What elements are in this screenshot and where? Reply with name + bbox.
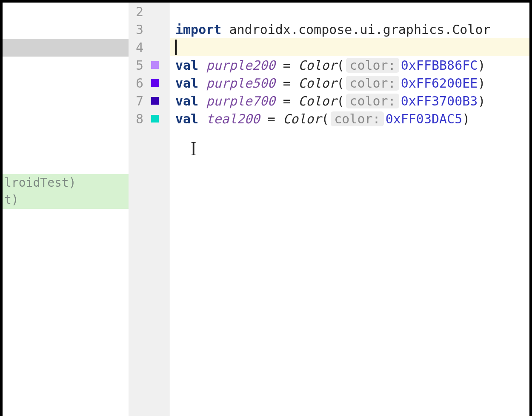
token-kw: import — [175, 22, 221, 37]
token-hexval: 0xFF6200EE — [401, 76, 478, 91]
line-number: 6 — [129, 76, 143, 91]
line-number: 2 — [129, 4, 143, 19]
code-line-3[interactable]: import androidx.compose.ui.graphics.Colo… — [175, 20, 491, 38]
token-type: Color — [298, 58, 337, 73]
current-line-highlight — [170, 38, 529, 56]
token-normal: ( — [337, 76, 344, 91]
token-hint: color: — [346, 76, 399, 91]
gutter-line-4[interactable]: 4 — [129, 38, 170, 56]
token-normal: ( — [337, 94, 344, 108]
token-kw: val — [175, 76, 198, 91]
editor-gutter[interactable]: 2345678 — [129, 3, 170, 416]
token-hint: color: — [346, 94, 399, 108]
gutter-line-2[interactable]: 2 — [129, 3, 170, 20]
token-normal: ) — [478, 94, 485, 108]
line-number: 4 — [129, 40, 143, 55]
token-kw: val — [175, 58, 198, 73]
text-cursor-icon: I — [191, 137, 196, 160]
test-sources-indicator[interactable]: lroidTest) t) — [3, 174, 129, 209]
token-type: Color — [298, 76, 337, 91]
color-swatch-icon[interactable] — [151, 61, 159, 69]
code-editor[interactable]: import androidx.compose.ui.graphics.Colo… — [170, 3, 532, 416]
project-side-panel[interactable]: lroidTest) t) — [0, 3, 129, 416]
color-swatch-icon[interactable] — [151, 79, 159, 87]
line-number: 3 — [129, 22, 143, 37]
side-label-line1: lroidTest) — [4, 174, 129, 191]
gutter-line-5[interactable]: 5 — [129, 56, 170, 74]
token-hexval: 0xFFBB86FC — [401, 58, 478, 73]
token-normal: = — [275, 58, 298, 73]
token-kw: val — [175, 94, 198, 108]
token-type: Color — [283, 111, 321, 126]
token-normal — [198, 94, 206, 108]
token-normal: ) — [478, 76, 485, 91]
token-normal: ( — [337, 58, 344, 73]
code-line-8[interactable]: val teal200 = Color(color:0xFF03DAC5) — [175, 110, 470, 128]
token-kw: val — [175, 111, 198, 126]
gutter-line-7[interactable]: 7 — [129, 92, 170, 110]
ide-root: lroidTest) t) 2345678 import androidx.co… — [0, 0, 532, 416]
side-label-line2: t) — [4, 191, 129, 208]
token-hint: color: — [346, 58, 399, 73]
token-hint: color: — [331, 111, 383, 126]
token-normal: ( — [321, 111, 329, 126]
gutter-line-3[interactable]: 3 — [129, 20, 170, 38]
code-line-6[interactable]: val purple500 = Color(color:0xFF6200EE) — [175, 74, 485, 92]
token-hexval: 0xFF3700B3 — [401, 94, 478, 108]
color-swatch-icon[interactable] — [151, 97, 159, 105]
line-number: 8 — [129, 111, 143, 126]
token-hexval: 0xFF03DAC5 — [386, 111, 463, 126]
color-swatch-icon[interactable] — [151, 115, 159, 123]
gutter-line-8[interactable]: 8 — [129, 110, 170, 128]
token-normal: = — [260, 111, 283, 126]
side-panel-selection[interactable] — [3, 39, 129, 57]
token-normal — [198, 58, 206, 73]
token-ident: purple200 — [206, 58, 275, 73]
token-normal: androidx.compose.ui.graphics.Color — [221, 22, 490, 37]
token-normal — [198, 111, 206, 126]
token-normal: ) — [462, 111, 470, 126]
token-ident: purple700 — [206, 94, 275, 108]
token-normal: = — [275, 76, 298, 91]
token-normal: = — [275, 94, 298, 108]
token-normal: ) — [478, 58, 485, 73]
gutter-line-6[interactable]: 6 — [129, 74, 170, 92]
token-ident: teal200 — [206, 111, 260, 126]
token-normal — [198, 76, 206, 91]
token-ident: purple500 — [206, 76, 275, 91]
token-type: Color — [298, 94, 337, 108]
code-line-7[interactable]: val purple700 = Color(color:0xFF3700B3) — [175, 92, 485, 110]
text-caret — [175, 40, 177, 55]
line-number: 5 — [129, 58, 143, 73]
code-line-5[interactable]: val purple200 = Color(color:0xFFBB86FC) — [175, 56, 485, 74]
line-number: 7 — [129, 94, 143, 108]
